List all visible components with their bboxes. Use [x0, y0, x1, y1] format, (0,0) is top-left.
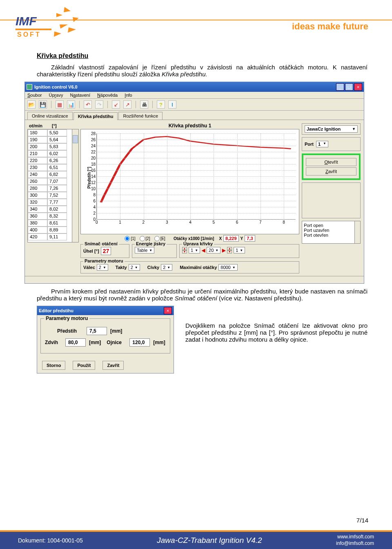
table-headers: ot/min [°]	[27, 122, 79, 129]
footer-contact: www.imfsoft.com info@imfsoft.com	[336, 534, 374, 547]
tab-krivka[interactable]: Křivka předstihu	[74, 112, 118, 120]
footer-doc: Dokument: 1004-0001-05	[18, 537, 83, 544]
radio-e[interactable]: [E]	[154, 236, 165, 241]
tabs: Online vizualizace Křivka předstihu Rozš…	[25, 111, 364, 120]
redo-icon[interactable]: ↷	[95, 100, 103, 109]
table-row[interactable]: 2005,83	[28, 143, 78, 150]
uhel-input[interactable]: 27	[101, 247, 111, 255]
grid-icon[interactable]: ▦	[56, 100, 64, 109]
log-scrollbar[interactable]	[354, 221, 360, 243]
info-icon[interactable]: I	[168, 100, 176, 109]
tagline: ideas make future	[292, 21, 368, 32]
chart-icon[interactable]: 📊	[67, 100, 75, 109]
data-table[interactable]: 1805,501905,642005,832106,022206,262306,…	[27, 129, 79, 242]
zavrit-button[interactable]: Zavřít	[102, 361, 124, 370]
app-window: Ignition control V6.0 _ □ × Soubor Úprav…	[24, 82, 364, 284]
y-value: 7,3	[245, 235, 255, 242]
menu-nastaveni[interactable]: Nastavení	[70, 93, 90, 98]
port-select[interactable]: 1▼	[316, 141, 328, 147]
group-snimac-label: Snímač otáčení	[83, 241, 119, 246]
table-row[interactable]: 3608,32	[28, 213, 78, 220]
table-row[interactable]: 3408,02	[28, 206, 78, 213]
upr1-select[interactable]: 1▼	[189, 247, 200, 253]
ojnice-input[interactable]: 120,0	[129, 338, 150, 347]
open-port-button[interactable]: Otevřít	[306, 158, 356, 166]
maximize-button[interactable]: □	[345, 83, 353, 91]
table-scrollbar[interactable]	[72, 129, 78, 242]
svg-marker-8	[54, 31, 61, 37]
paragraph-3: Dvojklikem na položce Snímač otáčení lze…	[185, 306, 368, 343]
table-row[interactable]: 3007,52	[28, 192, 78, 199]
upr3-select[interactable]: 1▼	[234, 247, 245, 253]
close-button[interactable]: ×	[354, 83, 362, 91]
editor-title: Editor předstihu	[39, 308, 164, 313]
table-row[interactable]: 4008,89	[28, 227, 78, 233]
config-select[interactable]: JawaCz Ignition▼	[305, 125, 358, 133]
download-icon[interactable]: ↙	[112, 100, 120, 109]
predstih-input[interactable]: 7,5	[87, 327, 107, 335]
paragraph-1: Základní vlastností zapalování je řízení…	[37, 64, 368, 78]
table-row[interactable]: 3808,61	[28, 220, 78, 227]
radio-2[interactable]: [2]	[140, 236, 150, 241]
zdvih-input[interactable]: 80,0	[65, 338, 86, 347]
table-row[interactable]: 2206,26	[28, 157, 78, 164]
window-title: Ignition control V6.0	[34, 84, 336, 89]
table-row[interactable]: 2607,07	[28, 178, 78, 185]
tab-rozsirene[interactable]: Rozšířené funkce	[118, 112, 163, 120]
menu-soubor[interactable]: Soubor	[27, 93, 42, 98]
menu-upravy[interactable]: Úpravy	[49, 93, 63, 98]
valec-select[interactable]: 2▼	[97, 264, 108, 271]
svg-marker-7	[68, 27, 76, 33]
upload-icon[interactable]: ↗	[123, 100, 131, 109]
table-row[interactable]: 1805,50	[28, 129, 78, 136]
save-icon[interactable]: 💾	[39, 100, 47, 109]
tab-online[interactable]: Online vizualizace	[27, 112, 73, 120]
chart: Předstih [°] 282624222018161412108642001…	[80, 129, 299, 234]
table-row[interactable]: 2306,51	[28, 164, 78, 171]
table-row[interactable]: 2106,02	[28, 150, 78, 157]
energie-select[interactable]: Table▼	[135, 247, 154, 253]
logo: IMF SOFT	[16, 5, 89, 42]
close-port-button[interactable]: Zavřít	[306, 167, 356, 176]
menu-info[interactable]: Info	[125, 93, 132, 98]
svg-marker-6	[60, 24, 68, 29]
table-row[interactable]: 1905,64	[28, 136, 78, 143]
table-row[interactable]: 2807,26	[28, 185, 78, 192]
spin-vert2[interactable]: ▲▼	[227, 247, 232, 253]
titlebar: Ignition control V6.0 _ □ ×	[25, 82, 364, 92]
maxot-select[interactable]: 8000▼	[218, 264, 237, 271]
svg-marker-4	[64, 7, 71, 12]
port-row: Port 1▼	[305, 141, 358, 147]
radio-1[interactable]: [1]	[125, 236, 135, 241]
table-row[interactable]: 3207,77	[28, 199, 78, 206]
svg-marker-5	[73, 17, 79, 22]
upr2-select[interactable]: 20▼	[207, 247, 220, 253]
log-box: Port open Port uzavřen Port otevřen	[302, 221, 361, 244]
right-arrow-icon[interactable]: ▶	[222, 248, 225, 253]
undo-icon[interactable]: ↶	[84, 100, 92, 109]
civky-select[interactable]: 2▼	[161, 264, 172, 271]
spin-vert[interactable]: ▲▼	[182, 247, 187, 253]
section-heading: Křivka předstihu	[37, 52, 368, 60]
statusbar	[25, 276, 364, 283]
print-icon[interactable]: 🖶	[140, 100, 148, 109]
svg-text:SOFT: SOFT	[17, 31, 41, 38]
pouzit-button[interactable]: Použít	[73, 361, 95, 370]
editor-window: Editor předstihu × Parametry motoru Před…	[37, 306, 174, 373]
help-icon[interactable]: ?	[157, 100, 165, 109]
svg-marker-3	[56, 13, 62, 17]
menu-napoveda[interactable]: Nápověda	[97, 93, 118, 98]
storno-button[interactable]: Storno	[42, 361, 65, 370]
takty-select[interactable]: 2▼	[129, 264, 140, 271]
chart-title: Křivka předstihu 1	[80, 122, 299, 129]
app-icon	[27, 84, 32, 90]
open-icon[interactable]: 📂	[27, 100, 36, 109]
page-number: 7/14	[356, 517, 368, 524]
x-value: 8,229	[223, 235, 239, 242]
paragraph-2: Prvním krokem před nastavením křivky pře…	[37, 288, 368, 302]
table-row[interactable]: 4209,11	[28, 233, 78, 240]
table-row[interactable]: 2406,82	[28, 171, 78, 178]
editor-close-button[interactable]: ×	[164, 307, 172, 314]
minimize-button[interactable]: _	[336, 83, 344, 91]
left-arrow-icon[interactable]: ◀	[202, 248, 205, 253]
